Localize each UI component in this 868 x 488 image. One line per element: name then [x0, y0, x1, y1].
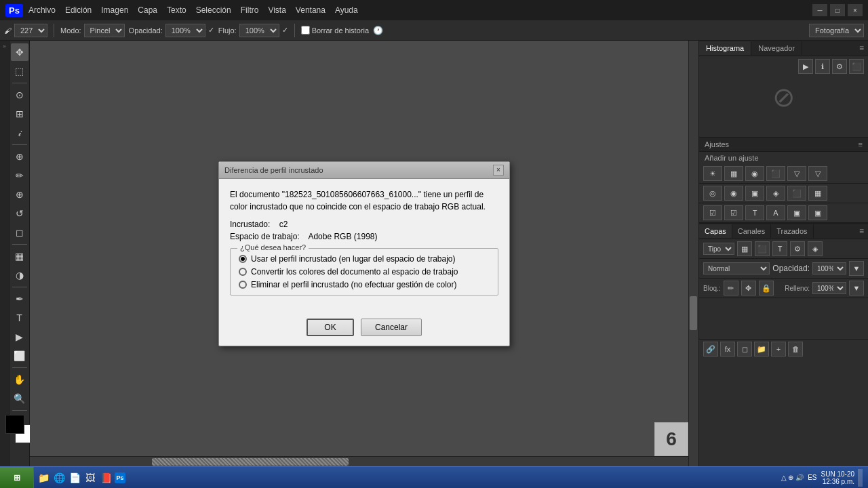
borrar-historia-checkbox[interactable] [301, 26, 310, 35]
menu-vista[interactable]: Vista [268, 5, 285, 15]
vertical-collapse[interactable]: » [0, 41, 9, 466]
pen-tool[interactable]: ✒ [11, 290, 28, 308]
marquee-tool[interactable]: ⬚ [11, 62, 28, 80]
dialog-close-button[interactable]: × [493, 165, 504, 176]
menu-seleccion[interactable]: Selección [196, 5, 231, 15]
blending-mode-select[interactable]: Normal [703, 262, 770, 274]
path-select-tool[interactable]: ▶ [11, 328, 28, 346]
horizontal-scrollbar[interactable] [30, 456, 688, 466]
text-tool[interactable]: T [11, 309, 28, 327]
taskbar-notepad-icon[interactable]: 📄 [68, 471, 81, 485]
zoom-tool[interactable]: 🔍 [11, 390, 28, 407]
ajuste-photofil[interactable]: ▣ [745, 186, 764, 201]
taskbar-windows-icon[interactable]: 🖼 [83, 471, 97, 485]
ajuste-threshold[interactable]: ▦ [808, 186, 827, 201]
cancel-button[interactable]: Cancelar [361, 319, 422, 336]
eraser-tool[interactable]: ◻ [11, 224, 28, 241]
ajuste-colorbalance[interactable]: ◎ [703, 186, 722, 201]
shape-tool[interactable]: ⬜ [11, 347, 28, 365]
mode-select[interactable]: Pincel [84, 24, 125, 37]
hand-tool[interactable]: ✋ [11, 371, 28, 388]
gradient-tool[interactable]: ▦ [11, 247, 28, 265]
ok-button[interactable]: OK [307, 319, 354, 336]
capas-icon-3[interactable]: T [772, 241, 787, 256]
opacity-select[interactable]: 100% [165, 24, 205, 37]
taskbar-ps-app[interactable]: Ps [115, 472, 125, 483]
menu-imagen[interactable]: Imagen [101, 5, 128, 15]
ajuste-curves[interactable]: ◉ [745, 166, 764, 181]
capas-tab[interactable]: Capas [699, 224, 732, 238]
healing-tool[interactable]: ⊕ [11, 148, 28, 165]
lock-pixel-btn[interactable]: ✏ [724, 281, 738, 296]
ajuste-mixer[interactable]: ◈ [766, 186, 785, 201]
trazados-tab[interactable]: Trazados [771, 224, 813, 238]
foreground-color[interactable] [5, 415, 24, 434]
ajuste-text1[interactable]: T [745, 205, 764, 220]
group-btn[interactable]: 📁 [754, 342, 769, 357]
ajuste-posterize[interactable]: ⬛ [787, 186, 806, 201]
taskbar-pdf-icon[interactable]: 📕 [99, 471, 113, 485]
menu-capa[interactable]: Capa [138, 5, 157, 15]
fx-btn[interactable]: fx [720, 342, 735, 357]
histogram-action-2[interactable]: ℹ [815, 59, 830, 74]
radio-option-2[interactable]: Eliminar el perfil incrustado (no efectu… [239, 280, 490, 289]
minimize-button[interactable]: ─ [812, 4, 827, 16]
history-brush-tool[interactable]: ↺ [11, 205, 28, 222]
ajuste-text2[interactable]: A [766, 205, 785, 220]
radio-option-1[interactable]: Convertir los colores del documento al e… [239, 267, 490, 277]
menu-texto[interactable]: Texto [167, 5, 186, 15]
lock-all-btn[interactable]: 🔒 [759, 281, 774, 296]
menu-filtro[interactable]: Filtro [241, 5, 259, 15]
capas-icon-4[interactable]: ⚙ [790, 241, 805, 256]
eyedropper-tool[interactable]: 𝒾 [11, 124, 28, 142]
ajuste-hsl[interactable]: ▽ [808, 166, 827, 181]
ajuste-brightness[interactable]: ☀ [703, 166, 722, 181]
brush-tool[interactable]: ✏ [11, 167, 28, 184]
histogram-action-1[interactable]: ▶ [798, 59, 813, 74]
menu-ayuda[interactable]: Ayuda [335, 5, 358, 15]
navegador-tab[interactable]: Navegador [751, 41, 802, 55]
panel-expand-btn[interactable]: ≡ [855, 41, 868, 56]
relleno-select[interactable]: 100% [812, 282, 846, 294]
ajuste-extra2[interactable]: ▣ [808, 205, 827, 220]
flujo-select[interactable]: 100% [239, 24, 279, 37]
maximize-button[interactable]: □ [830, 4, 845, 16]
canales-tab[interactable]: Canales [732, 224, 771, 238]
ajuste-bw[interactable]: ◉ [724, 186, 743, 201]
ajuste-extra1[interactable]: ▣ [787, 205, 806, 220]
move-tool[interactable]: ✥ [11, 43, 28, 61]
mask-btn[interactable]: ◻ [737, 342, 752, 357]
menu-ventana[interactable]: Ventana [296, 5, 326, 15]
close-button[interactable]: × [848, 4, 863, 16]
histogram-tab[interactable]: Histograma [699, 41, 751, 55]
ajuste-vibrance[interactable]: ▽ [787, 166, 806, 181]
lock-pos-btn[interactable]: ✥ [741, 281, 756, 296]
show-desktop-btn[interactable] [859, 469, 863, 487]
ajuste-exposure[interactable]: ⬛ [766, 166, 785, 181]
opacity-expand-icon[interactable]: ▼ [849, 261, 864, 276]
ajuste-selective[interactable]: ☑ [724, 205, 743, 220]
menu-archivo[interactable]: Archivo [28, 5, 56, 15]
preset-select[interactable]: Fotografía [809, 24, 864, 37]
delete-layer-btn[interactable]: 🗑 [788, 342, 803, 357]
ajustes-expand-btn[interactable]: ≡ [859, 140, 863, 148]
ajuste-gradmap[interactable]: ☑ [703, 205, 722, 220]
capas-icon-1[interactable]: ▦ [737, 241, 752, 256]
histogram-action-4[interactable]: ⬛ [849, 59, 864, 74]
radio-option-0[interactable]: Usar el perfil incrustado (en lugar del … [239, 254, 490, 264]
menu-edicion[interactable]: Edición [65, 5, 92, 15]
capas-icon-2[interactable]: ⬛ [755, 241, 770, 256]
crop-tool[interactable]: ⊞ [11, 105, 28, 123]
dodge-tool[interactable]: ◑ [11, 266, 28, 284]
new-layer-btn[interactable]: + [771, 342, 786, 357]
capas-icon-5[interactable]: ◈ [808, 241, 823, 256]
lasso-tool[interactable]: ⊙ [11, 86, 28, 104]
relleno-expand-icon[interactable]: ▼ [849, 281, 864, 296]
link-layers-btn[interactable]: 🔗 [703, 342, 718, 357]
taskbar-explorer-icon[interactable]: 📁 [37, 471, 50, 485]
taskbar-browser-icon[interactable]: 🌐 [52, 471, 66, 485]
ajuste-levels[interactable]: ▦ [724, 166, 743, 181]
tipo-select[interactable]: Tipo [703, 243, 734, 255]
vertical-scrollbar[interactable] [688, 41, 698, 466]
opacity-select[interactable]: 100% [812, 262, 846, 274]
